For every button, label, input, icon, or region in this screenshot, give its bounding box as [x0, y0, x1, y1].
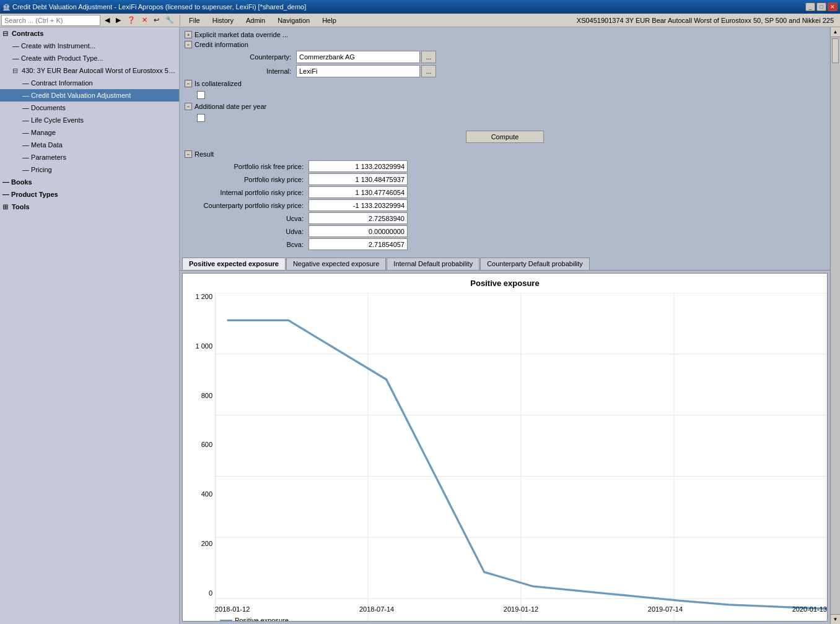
tab-internal-default[interactable]: Internal Default probability: [387, 258, 479, 270]
sidebar-item-lifecycle[interactable]: — Life Cycle Events: [0, 114, 179, 126]
scrollbar-right[interactable]: ▲ ▼: [830, 27, 840, 624]
sidebar-item-contracts[interactable]: ⊟ Contracts: [0, 27, 179, 40]
collapse-additional-btn[interactable]: −: [185, 103, 192, 110]
collapse-collateral-btn[interactable]: −: [185, 80, 192, 87]
forward-button[interactable]: ▶: [114, 14, 123, 27]
explicit-market-section: + Explicit market data override ...: [185, 31, 825, 38]
menubar-left: ◀ ▶ ❓ ✕ ↩ 🔧 File History Admin Navigatio…: [1, 14, 577, 27]
sidebar-item-create-product[interactable]: — Create with Product Type...: [0, 52, 179, 64]
dash-icon: —: [22, 141, 29, 149]
dash-icon: —: [22, 154, 29, 161]
result-value-1: 1 130.48475937: [308, 173, 408, 185]
scroll-down-btn[interactable]: ▼: [831, 614, 840, 624]
menu-history[interactable]: History: [208, 14, 238, 27]
y-label-200: 200: [201, 540, 212, 547]
additional-date-checkbox-row: [185, 113, 825, 123]
menu-help[interactable]: Help: [317, 14, 341, 27]
refresh-button[interactable]: ↩: [152, 14, 161, 27]
explicit-market-label: Explicit market data override ...: [195, 31, 288, 38]
help-button[interactable]: ❓: [125, 14, 138, 27]
result-row-3: Counterparty portfolio risky price: -1 1…: [185, 199, 825, 211]
internal-browse-btn[interactable]: ...: [421, 65, 436, 77]
result-value-2: 1 130.47746054: [308, 186, 408, 198]
collapse-explicit-btn[interactable]: +: [185, 31, 192, 38]
y-label-800: 800: [201, 392, 212, 399]
x-label-2: 2019-01-12: [504, 605, 538, 613]
expand-icon: ⊞: [2, 201, 10, 212]
expand-icon: ⊟: [12, 65, 20, 76]
chart-inner: 1 200 1 000 800 600 400 200 0: [183, 293, 827, 615]
sidebar-item-books[interactable]: — Books: [0, 176, 179, 188]
sidebar-item-pricing[interactable]: — Pricing: [0, 163, 179, 176]
search-input[interactable]: [1, 15, 100, 26]
x-label-4: 2020-01-13: [792, 605, 827, 613]
sidebar-item-metadata[interactable]: — Meta Data: [0, 139, 179, 151]
sidebar-item-manage[interactable]: — Manage: [0, 126, 179, 139]
sidebar-item-tools[interactable]: ⊞ Tools: [0, 201, 179, 213]
credit-info-section: − Credit information: [185, 41, 825, 48]
compute-section: Compute: [185, 127, 825, 147]
maximize-button[interactable]: □: [816, 2, 826, 11]
y-label-1000: 1 000: [195, 342, 212, 350]
dash-icon: —: [2, 178, 9, 186]
counterparty-input[interactable]: [296, 51, 420, 63]
minimize-button[interactable]: _: [805, 2, 815, 11]
menu-file[interactable]: File: [184, 14, 205, 27]
scroll-thumb[interactable]: [832, 38, 839, 63]
result-row-5: Udva: 0.00000000: [185, 225, 825, 237]
sidebar-item-documents[interactable]: — Documents: [0, 102, 179, 114]
sidebar-item-product-types[interactable]: — Product Types: [0, 188, 179, 201]
result-row-6: Bcva: 2.71854057: [185, 238, 825, 250]
result-section-header: − Result: [185, 150, 825, 158]
chart-container: Positive exposure 1 200 1 000 800 600 40…: [182, 273, 828, 622]
result-label-3: Counterparty portfolio risky price:: [185, 202, 308, 209]
result-row-2: Internal portfolio risky price: 1 130.47…: [185, 186, 825, 198]
dash-icon: —: [22, 92, 29, 99]
collateralized-label: Is collateralized: [195, 80, 242, 87]
collateralized-checkbox[interactable]: [197, 91, 205, 99]
collapse-credit-btn[interactable]: −: [185, 41, 192, 48]
x-label-0: 2018-01-12: [215, 605, 250, 613]
x-axis: 2018-01-12 2018-07-14 2019-01-12 2019-07…: [215, 605, 827, 613]
window-title: Credit Debt Valuation Adjustment - LexiF…: [12, 3, 306, 11]
internal-input[interactable]: [296, 65, 420, 77]
credit-info-label: Credit information: [195, 41, 248, 48]
compute-button[interactable]: Compute: [466, 131, 545, 143]
titlebar: 🏦 Credit Debt Valuation Adjustment - Lex…: [0, 0, 840, 14]
sidebar-item-credit-dva[interactable]: — Credit Debt Valuation Adjustment: [0, 89, 179, 102]
result-label-6: Bcva:: [185, 241, 308, 248]
x-label-3: 2019-07-14: [648, 605, 683, 613]
sidebar-item-parameters[interactable]: — Parameters: [0, 151, 179, 163]
sidebar-item-contract-430[interactable]: ⊟ 430: 3Y EUR Bear Autocall Worst of Eur…: [0, 64, 179, 77]
close-button[interactable]: ✕: [828, 2, 838, 11]
y-label-0: 0: [209, 589, 212, 597]
tab-counterparty-default[interactable]: Counterparty Default probability: [480, 258, 590, 270]
sidebar-item-create-instrument[interactable]: — Create with Instrument...: [0, 40, 179, 52]
form-area: + Explicit market data override ... − Cr…: [180, 27, 830, 255]
dash-icon: —: [12, 54, 19, 62]
sidebar-item-contract-info[interactable]: — Contract Information: [0, 77, 179, 89]
dash-icon: —: [12, 42, 19, 50]
collapse-result-btn[interactable]: −: [185, 150, 192, 158]
counterparty-browse-btn[interactable]: ...: [421, 51, 436, 63]
tabs-bar: Positive expected exposure Negative expe…: [180, 255, 830, 271]
stop-button[interactable]: ✕: [140, 14, 149, 27]
dash-icon: —: [22, 116, 29, 124]
menu-navigation[interactable]: Navigation: [273, 14, 315, 27]
app-icon: 🏦: [2, 4, 10, 11]
settings-button[interactable]: 🔧: [164, 14, 176, 27]
result-label-1: Portfolio risky price:: [185, 176, 308, 183]
scroll-up-btn[interactable]: ▲: [831, 27, 840, 37]
chart-svg: [215, 293, 827, 622]
menu-admin[interactable]: Admin: [241, 14, 270, 27]
result-row-4: Ucva: 2.72583940: [185, 212, 825, 224]
additional-date-checkbox[interactable]: [197, 114, 205, 122]
titlebar-controls: _ □ ✕: [805, 2, 838, 11]
counterparty-group: Counterparty: ...: [185, 51, 825, 63]
tab-neg-expected[interactable]: Negative expected exposure: [286, 258, 386, 270]
back-button[interactable]: ◀: [103, 14, 112, 27]
tab-pos-expected[interactable]: Positive expected exposure: [182, 258, 286, 270]
sidebar: ⊟ Contracts — Create with Instrument... …: [0, 27, 180, 624]
internal-label: Internal:: [185, 67, 296, 75]
scroll-track[interactable]: [831, 37, 840, 614]
